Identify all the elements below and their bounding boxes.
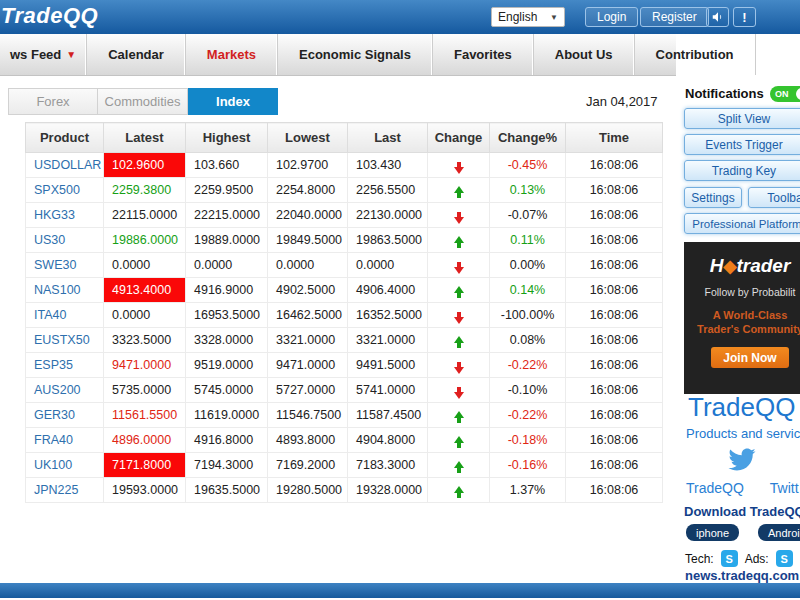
change-pct-value: 0.08% (490, 328, 566, 353)
nav-item-economic-signals[interactable]: Economic Signals (278, 34, 433, 75)
news-site-link[interactable]: news.tradeqq.com (685, 568, 799, 583)
table-row: SWE300.00000.00000.00000.00000.00%16:08:… (26, 253, 663, 278)
product-link[interactable]: SWE30 (26, 253, 104, 278)
events-trigger-button[interactable]: Events Trigger (684, 134, 800, 155)
logo[interactable]: TradeQQ (1, 3, 98, 29)
change-cell (428, 353, 490, 378)
change-cell (428, 328, 490, 353)
skype-icon[interactable]: S (776, 550, 793, 567)
change-pct-value: -0.22% (490, 403, 566, 428)
lowest-value: 7169.2000 (268, 453, 348, 478)
promo-subtitle: Products and servic (686, 426, 800, 441)
toggle-knob (796, 88, 800, 100)
main-nav: ws Feed ▼ Calendar Markets Economic Sign… (0, 34, 676, 76)
change-cell (428, 278, 490, 303)
top-header: TradeQQ English ▼ Login Register ! (0, 0, 800, 34)
register-button[interactable]: Register (640, 7, 709, 27)
last-value: 5741.0000 (348, 378, 428, 403)
change-pct-value: -0.07% (490, 203, 566, 228)
change-pct-value: 1.37% (490, 478, 566, 503)
col-change-pct: Change% (490, 123, 566, 153)
time-value: 16:08:06 (566, 153, 663, 178)
product-link[interactable]: US30 (26, 228, 104, 253)
time-value: 16:08:06 (566, 428, 663, 453)
highest-value: 5745.0000 (186, 378, 268, 403)
ad-brand: H◆trader (684, 255, 800, 277)
skype-icon[interactable]: S (721, 550, 738, 567)
split-view-button[interactable]: Split View (684, 108, 800, 129)
change-cell (428, 228, 490, 253)
login-button[interactable]: Login (585, 7, 638, 27)
product-link[interactable]: FRA40 (26, 428, 104, 453)
latest-value: 22115.0000 (104, 203, 186, 228)
col-highest: Highest (186, 123, 268, 153)
col-latest: Latest (104, 123, 186, 153)
product-link[interactable]: SPX500 (26, 178, 104, 203)
market-table-body: USDOLLAR102.9600103.660102.9700103.430-0… (26, 153, 663, 503)
ad-brand-left: H (710, 255, 724, 276)
last-value: 19863.5000 (348, 228, 428, 253)
market-tabs: Forex Commodities Index (8, 88, 278, 115)
change-cell (428, 153, 490, 178)
change-pct-value: -0.18% (490, 428, 566, 453)
table-row: USDOLLAR102.9600103.660102.9700103.430-0… (26, 153, 663, 178)
product-link[interactable]: ITA40 (26, 303, 104, 328)
product-link[interactable]: EUSTX50 (26, 328, 104, 353)
col-change: Change (428, 123, 490, 153)
latest-value: 9471.0000 (104, 353, 186, 378)
lowest-value: 102.9700 (268, 153, 348, 178)
highest-value: 22215.0000 (186, 203, 268, 228)
change-pct-value: -0.45% (490, 153, 566, 178)
product-link[interactable]: HKG33 (26, 203, 104, 228)
promo-title: TradeQQ (688, 392, 795, 423)
change-cell (428, 403, 490, 428)
change-arrow-up-icon (454, 236, 464, 248)
nav-item-markets[interactable]: Markets (186, 34, 278, 75)
product-link[interactable]: USDOLLAR (26, 153, 104, 178)
android-button[interactable]: Android (758, 524, 800, 541)
nav-item-contribution[interactable]: Contribution (635, 34, 756, 75)
last-value: 11587.4500 (348, 403, 428, 428)
change-arrow-down-icon (454, 162, 464, 174)
nav-item-news-feed[interactable]: ws Feed ▼ (0, 34, 87, 75)
lowest-value: 2254.8000 (268, 178, 348, 203)
iphone-button[interactable]: iphone (686, 524, 739, 541)
ad-brand-right: trader (736, 255, 790, 276)
latest-value: 19593.0000 (104, 478, 186, 503)
lowest-value: 19280.5000 (268, 478, 348, 503)
product-link[interactable]: UK100 (26, 453, 104, 478)
twitter-icon[interactable] (726, 446, 758, 477)
change-arrow-up-icon (454, 186, 464, 198)
language-dropdown[interactable]: English ▼ (491, 7, 565, 27)
col-time: Time (566, 123, 663, 153)
alert-button[interactable]: ! (733, 7, 756, 27)
exclamation-icon: ! (742, 10, 746, 25)
latest-value: 102.9600 (104, 153, 186, 178)
last-value: 9491.5000 (348, 353, 428, 378)
tab-commodities[interactable]: Commodities (98, 88, 188, 115)
toolbar-button[interactable]: Toolbar (748, 187, 800, 208)
change-cell (428, 203, 490, 228)
trading-key-button[interactable]: Trading Key (684, 160, 800, 181)
highest-value: 7194.3000 (186, 453, 268, 478)
professional-platform-button[interactable]: Professional Platform (684, 213, 800, 234)
nav-item-calendar[interactable]: Calendar (87, 34, 186, 75)
product-link[interactable]: NAS100 (26, 278, 104, 303)
settings-button[interactable]: Settings (684, 187, 742, 208)
twitter-caption-right: Twitt (770, 480, 799, 496)
notifications-toggle[interactable]: ON (770, 86, 800, 102)
nav-item-about-us[interactable]: About Us (534, 34, 635, 75)
join-now-button[interactable]: Join Now (711, 347, 789, 368)
tab-index[interactable]: Index (188, 88, 278, 115)
tab-forex[interactable]: Forex (8, 88, 98, 115)
product-link[interactable]: GER30 (26, 403, 104, 428)
product-link[interactable]: AUS200 (26, 378, 104, 403)
product-link[interactable]: JPN225 (26, 478, 104, 503)
nav-item-favorites[interactable]: Favorites (433, 34, 534, 75)
product-link[interactable]: ESP35 (26, 353, 104, 378)
change-cell (428, 253, 490, 278)
tradeqq-app: TradeQQ English ▼ Login Register ! ws Fe… (0, 0, 800, 600)
nav-item-label: ws Feed (10, 47, 61, 62)
sound-button[interactable] (706, 7, 729, 27)
last-value: 4904.8000 (348, 428, 428, 453)
